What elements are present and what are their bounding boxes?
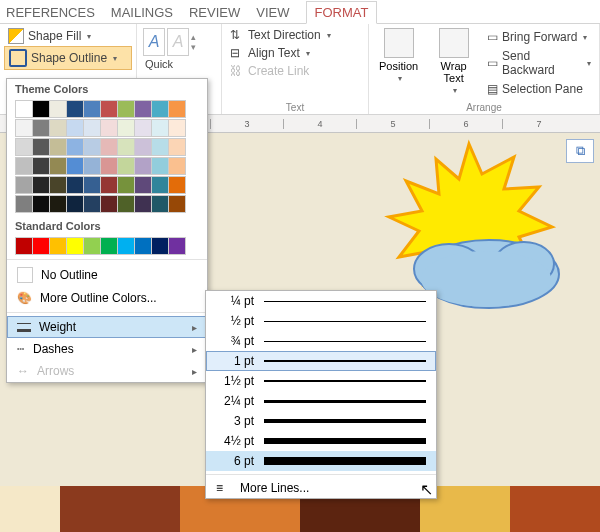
color-swatch[interactable] (100, 157, 118, 175)
color-swatch[interactable] (66, 195, 84, 213)
color-swatch[interactable] (49, 195, 67, 213)
wrap-text-button[interactable]: Wrap Text▾ (424, 26, 483, 112)
color-swatch[interactable] (117, 237, 135, 255)
color-swatch[interactable] (83, 237, 101, 255)
color-swatch[interactable] (168, 195, 186, 213)
tab-view[interactable]: VIEW (256, 5, 289, 23)
color-swatch[interactable] (49, 119, 67, 137)
color-swatch[interactable] (49, 237, 67, 255)
weight-option[interactable]: ¾ pt (206, 331, 436, 351)
color-swatch[interactable] (100, 100, 118, 118)
color-swatch[interactable] (66, 100, 84, 118)
color-swatch[interactable] (134, 119, 152, 137)
color-swatch[interactable] (83, 157, 101, 175)
text-direction-button[interactable]: ⇅Text Direction▾ (226, 26, 364, 44)
color-swatch[interactable] (168, 119, 186, 137)
color-swatch[interactable] (117, 119, 135, 137)
color-swatch[interactable] (15, 195, 33, 213)
weight-menu-item[interactable]: Weight▸ (7, 316, 207, 338)
color-swatch[interactable] (32, 157, 50, 175)
color-swatch[interactable] (66, 138, 84, 156)
color-swatch[interactable] (134, 138, 152, 156)
weight-option[interactable]: ½ pt (206, 311, 436, 331)
wordart-style-1[interactable]: A (143, 28, 165, 56)
color-swatch[interactable] (117, 100, 135, 118)
color-swatch[interactable] (168, 237, 186, 255)
color-swatch[interactable] (83, 100, 101, 118)
color-swatch[interactable] (66, 119, 84, 137)
color-swatch[interactable] (32, 195, 50, 213)
color-swatch[interactable] (117, 138, 135, 156)
color-swatch[interactable] (15, 157, 33, 175)
wordart-more-icon[interactable]: ▴▾ (191, 28, 196, 56)
color-swatch[interactable] (117, 176, 135, 194)
selection-pane-button[interactable]: ▤Selection Pane (483, 80, 595, 98)
weight-option[interactable]: 2¼ pt (206, 391, 436, 411)
tab-references[interactable]: REFERENCES (6, 5, 95, 23)
color-swatch[interactable] (32, 237, 50, 255)
color-swatch[interactable] (151, 237, 169, 255)
color-swatch[interactable] (83, 195, 101, 213)
send-backward-button[interactable]: ▭Send Backward▾ (483, 47, 595, 79)
color-swatch[interactable] (66, 176, 84, 194)
color-swatch[interactable] (49, 176, 67, 194)
color-swatch[interactable] (100, 119, 118, 137)
weight-option[interactable]: 1½ pt (206, 371, 436, 391)
color-swatch[interactable] (117, 157, 135, 175)
color-swatch[interactable] (100, 237, 118, 255)
shape-fill-button[interactable]: Shape Fill ▾ (4, 26, 132, 46)
color-swatch[interactable] (168, 176, 186, 194)
color-swatch[interactable] (134, 176, 152, 194)
color-swatch[interactable] (151, 157, 169, 175)
tab-format[interactable]: FORMAT (306, 1, 378, 24)
weight-option[interactable]: 4½ pt (206, 431, 436, 451)
color-swatch[interactable] (32, 100, 50, 118)
color-swatch[interactable] (134, 157, 152, 175)
color-swatch[interactable] (15, 100, 33, 118)
color-swatch[interactable] (15, 176, 33, 194)
color-swatch[interactable] (83, 176, 101, 194)
color-swatch[interactable] (168, 138, 186, 156)
color-swatch[interactable] (100, 138, 118, 156)
color-swatch[interactable] (49, 100, 67, 118)
tab-review[interactable]: REVIEW (189, 5, 240, 23)
color-swatch[interactable] (66, 157, 84, 175)
color-swatch[interactable] (134, 100, 152, 118)
color-swatch[interactable] (134, 237, 152, 255)
color-swatch[interactable] (15, 138, 33, 156)
weight-option[interactable]: 1 pt (206, 351, 436, 371)
weight-option[interactable]: ¼ pt (206, 291, 436, 311)
no-outline-item[interactable]: No Outline (7, 263, 207, 287)
color-swatch[interactable] (32, 119, 50, 137)
color-swatch[interactable] (100, 195, 118, 213)
color-swatch[interactable] (151, 100, 169, 118)
color-swatch[interactable] (168, 100, 186, 118)
color-swatch[interactable] (66, 237, 84, 255)
more-lines-item[interactable]: ≡More Lines... (206, 478, 436, 498)
color-swatch[interactable] (117, 195, 135, 213)
weight-option[interactable]: 6 pt (206, 451, 436, 471)
weight-option[interactable]: 3 pt (206, 411, 436, 431)
shape-outline-button[interactable]: Shape Outline ▾ (4, 46, 132, 70)
color-swatch[interactable] (49, 157, 67, 175)
color-swatch[interactable] (151, 176, 169, 194)
more-outline-colors-item[interactable]: 🎨More Outline Colors... (7, 287, 207, 309)
color-swatch[interactable] (83, 138, 101, 156)
wordart-style-2[interactable]: A (167, 28, 189, 56)
position-button[interactable]: Position▾ (373, 26, 424, 112)
color-swatch[interactable] (134, 195, 152, 213)
bring-forward-button[interactable]: ▭Bring Forward▾ (483, 28, 595, 46)
layout-options-button[interactable]: ⧉ (566, 139, 594, 163)
color-swatch[interactable] (151, 119, 169, 137)
color-swatch[interactable] (83, 119, 101, 137)
color-swatch[interactable] (151, 195, 169, 213)
color-swatch[interactable] (32, 138, 50, 156)
color-swatch[interactable] (168, 157, 186, 175)
color-swatch[interactable] (15, 119, 33, 137)
dashes-menu-item[interactable]: ┄Dashes▸ (7, 338, 207, 360)
color-swatch[interactable] (151, 138, 169, 156)
tab-mailings[interactable]: MAILINGS (111, 5, 173, 23)
color-swatch[interactable] (49, 138, 67, 156)
color-swatch[interactable] (15, 237, 33, 255)
color-swatch[interactable] (100, 176, 118, 194)
